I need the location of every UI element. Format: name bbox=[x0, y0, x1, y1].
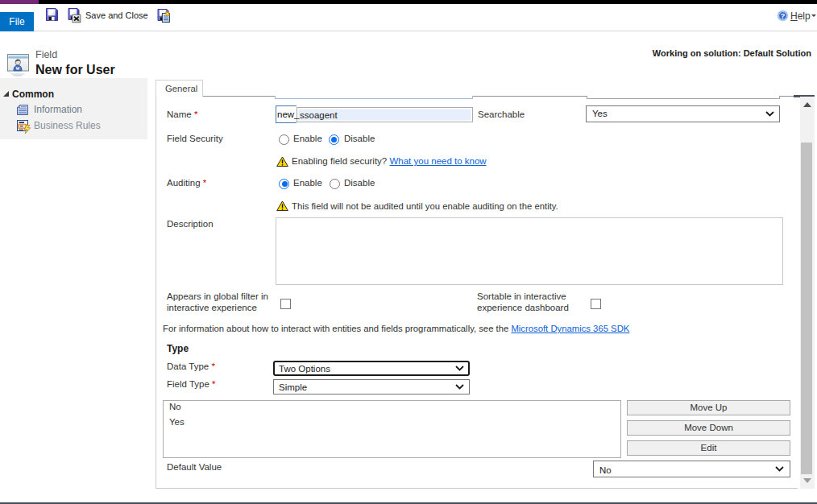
svg-text:?: ? bbox=[781, 10, 786, 19]
